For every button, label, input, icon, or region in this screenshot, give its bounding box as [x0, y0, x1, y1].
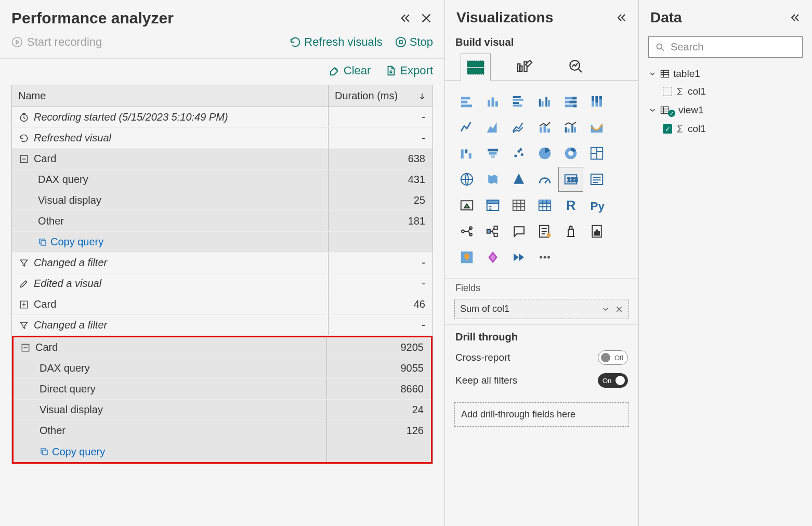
viz-stacked-area-icon[interactable]: [506, 115, 531, 140]
tree-column[interactable]: col1: [648, 83, 803, 100]
viz-powerapps-icon[interactable]: [480, 245, 505, 270]
viz-clustered-column-icon[interactable]: [532, 89, 557, 114]
search-icon: [655, 42, 665, 52]
viz-ribbon-icon[interactable]: [584, 115, 609, 140]
collapse-icon[interactable]: [398, 11, 411, 25]
keep-filters-toggle[interactable]: On: [598, 373, 628, 388]
tab-analytics[interactable]: [560, 54, 591, 81]
viz-filled-map-icon[interactable]: [480, 167, 505, 192]
viz-line-icon[interactable]: [454, 115, 479, 140]
field-well[interactable]: Sum of col1: [454, 299, 629, 319]
tab-build-visual[interactable]: [461, 54, 491, 81]
drill-through-dropzone[interactable]: Add drill-through fields here: [454, 402, 629, 427]
copy-query-link[interactable]: Copy query: [40, 446, 105, 458]
viz-treemap-icon[interactable]: [584, 141, 609, 166]
collapse-minus-icon[interactable]: [20, 342, 31, 353]
viz-funnel-icon[interactable]: [480, 141, 505, 166]
viz-map-icon[interactable]: [454, 167, 479, 192]
viz-qa-icon[interactable]: [506, 219, 531, 244]
viz-line-stacked-column-icon[interactable]: [532, 115, 557, 140]
column-duration[interactable]: Duration (ms): [329, 85, 433, 107]
copy-query-link[interactable]: Copy query: [38, 236, 103, 248]
svg-rect-32: [570, 101, 577, 103]
svg-rect-20: [495, 101, 498, 107]
viz-100-stacked-bar-icon[interactable]: [558, 89, 583, 114]
viz-paginated-report-icon[interactable]: [584, 219, 609, 244]
svg-point-0: [12, 37, 22, 47]
table-row-copy: Copy query: [14, 441, 431, 462]
viz-smart-narrative-icon[interactable]: [532, 219, 557, 244]
viz-r-script-icon[interactable]: R: [558, 193, 583, 218]
viz-stacked-bar-icon[interactable]: [454, 89, 479, 114]
stop-button[interactable]: Stop: [395, 35, 433, 49]
svg-rect-26: [542, 101, 544, 107]
svg-text:Py: Py: [591, 200, 605, 213]
performance-analyzer-panel: Performance analyzer Start recording Ref…: [0, 0, 445, 526]
viz-key-influencers-icon[interactable]: [454, 219, 479, 244]
column-name[interactable]: Name: [12, 85, 329, 107]
expand-plus-icon[interactable]: [18, 299, 30, 310]
export-button[interactable]: Export: [385, 64, 433, 77]
svg-point-56: [521, 153, 523, 156]
chevron-down-icon[interactable]: [601, 305, 610, 313]
viz-powerautomate-icon[interactable]: [506, 245, 531, 270]
table-row-card[interactable]: Card 638: [12, 149, 433, 169]
viz-decomposition-tree-icon[interactable]: [480, 219, 505, 244]
table-row: Refreshed visual -: [12, 128, 433, 149]
viz-python-icon[interactable]: Py: [584, 193, 609, 218]
viz-more-icon[interactable]: [532, 245, 557, 270]
keep-filters-row: Keep all filters On: [455, 373, 628, 388]
viz-goals-icon[interactable]: [558, 219, 583, 244]
viz-area-icon[interactable]: [480, 115, 505, 140]
viz-100-stacked-column-icon[interactable]: [584, 89, 609, 114]
svg-rect-5: [41, 241, 46, 245]
remove-field-icon[interactable]: [615, 305, 623, 313]
viz-multi-row-card-icon[interactable]: [584, 167, 609, 192]
tree-view[interactable]: ✓ view1: [648, 100, 803, 120]
table-row: Recording started (5/15/2023 5:10:49 PM)…: [12, 107, 433, 128]
collapse-icon[interactable]: [788, 11, 801, 24]
data-title: Data: [650, 9, 788, 26]
collapse-minus-icon[interactable]: [18, 153, 30, 165]
viz-arcgis-icon[interactable]: [454, 245, 479, 270]
viz-waterfall-icon[interactable]: [454, 141, 479, 166]
chevron-down-icon: [648, 106, 657, 114]
viz-pie-icon[interactable]: [532, 141, 557, 166]
viz-donut-icon[interactable]: [558, 141, 583, 166]
viz-matrix-icon[interactable]: [532, 193, 557, 218]
viz-slicer-icon[interactable]: [480, 193, 505, 218]
checkbox-checked[interactable]: ✓: [663, 124, 672, 134]
tree-table[interactable]: table1: [648, 65, 803, 83]
table-row[interactable]: Card46: [12, 294, 433, 315]
refresh-visuals-button[interactable]: Refresh visuals: [290, 35, 382, 49]
svg-point-54: [514, 155, 517, 157]
viz-card-icon[interactable]: 123: [558, 167, 583, 192]
close-icon[interactable]: [420, 11, 433, 25]
viz-scatter-icon[interactable]: [506, 141, 531, 166]
search-input[interactable]: Search: [648, 36, 803, 58]
collapse-icon[interactable]: [614, 11, 627, 24]
svg-rect-68: [487, 200, 499, 203]
cross-report-toggle[interactable]: Off: [598, 350, 628, 365]
viz-clustered-bar-icon[interactable]: [506, 89, 531, 114]
table-row: DAX query9055: [14, 358, 431, 379]
svg-rect-45: [568, 129, 570, 133]
fields-tree: table1 col1 ✓ view1 ✓ col1: [639, 65, 812, 138]
svg-rect-84: [596, 230, 598, 235]
viz-stacked-column-icon[interactable]: [480, 89, 505, 114]
viz-line-clustered-column-icon[interactable]: [558, 115, 583, 140]
svg-rect-85: [598, 231, 600, 235]
svg-text:R: R: [566, 198, 575, 213]
clear-button[interactable]: Clear: [329, 64, 371, 77]
checkbox-unchecked[interactable]: [663, 87, 672, 96]
check-badge-icon: ✓: [668, 110, 675, 117]
tab-format-visual[interactable]: [510, 54, 541, 81]
viz-table-icon[interactable]: [506, 193, 531, 218]
viz-header: Visualizations: [445, 0, 638, 31]
table-row: DAX query431: [12, 169, 433, 190]
viz-azure-map-icon[interactable]: [506, 167, 531, 192]
table-row-card[interactable]: Card 9205: [14, 337, 431, 358]
tree-column[interactable]: ✓ col1: [648, 120, 803, 138]
viz-gauge-icon[interactable]: [532, 167, 557, 192]
viz-kpi-icon[interactable]: [454, 193, 479, 218]
